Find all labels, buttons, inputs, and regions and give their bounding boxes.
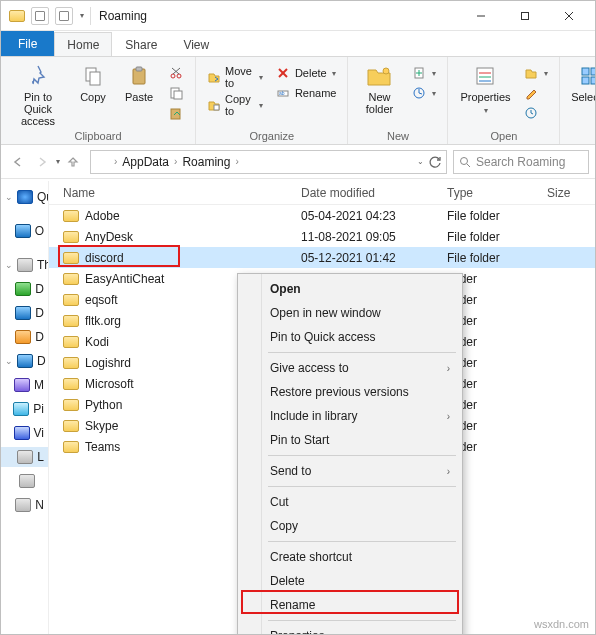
col-size[interactable]: Size <box>539 186 595 200</box>
chevron-right-icon[interactable]: › <box>232 156 241 167</box>
cm-rename[interactable]: Rename <box>240 593 460 617</box>
tab-share[interactable]: Share <box>112 32 170 56</box>
chevron-right-icon[interactable]: › <box>171 156 180 167</box>
nav-tree-item[interactable]: ⌄Qu <box>1 187 48 207</box>
new-item-button[interactable]: ▾ <box>408 64 439 82</box>
qat-dropdown-icon[interactable]: ▾ <box>80 11 84 20</box>
cm-delete[interactable]: Delete <box>240 569 460 593</box>
nav-tree-item[interactable]: L <box>1 447 48 467</box>
navigation-pane[interactable]: ⌄QuO⌄ThDDD⌄DMPiViLN <box>1 181 49 634</box>
folder-icon <box>63 210 79 222</box>
properties-button[interactable]: Properties ▾ <box>456 61 514 116</box>
address-dropdown-icon[interactable]: ⌄ <box>417 157 424 166</box>
chevron-right-icon: › <box>447 363 450 374</box>
nav-tree-item[interactable] <box>1 471 48 491</box>
qat-button-1[interactable] <box>31 7 49 25</box>
paste-button[interactable]: Paste <box>119 61 159 103</box>
nav-item-label: Vi <box>34 426 44 440</box>
col-name[interactable]: Name <box>49 186 293 200</box>
nav-tree-item[interactable]: ⌄D <box>1 351 48 371</box>
cm-pin-start[interactable]: Pin to Start <box>240 428 460 452</box>
nav-tree-item[interactable]: N <box>1 495 48 515</box>
address-bar[interactable]: › AppData › Roaming › ⌄ <box>90 150 447 174</box>
folder-icon <box>63 441 79 453</box>
forward-button[interactable] <box>31 151 53 173</box>
nav-item-icon <box>17 258 33 272</box>
qat-button-2[interactable] <box>55 7 73 25</box>
tab-file[interactable]: File <box>1 31 54 56</box>
file-name: Logishrd <box>85 356 131 370</box>
nav-tree-item[interactable]: O <box>1 221 48 241</box>
copy-button[interactable]: Copy <box>73 61 113 103</box>
nav-tree-item[interactable]: M <box>1 375 48 395</box>
cm-open[interactable]: Open <box>240 277 460 301</box>
nav-tree-item[interactable]: Pi <box>1 399 48 419</box>
search-box[interactable]: Search Roaming <box>453 150 589 174</box>
tab-view[interactable]: View <box>170 32 222 56</box>
new-folder-button[interactable]: New folder <box>356 61 402 115</box>
column-headers[interactable]: Name Date modified Type Size <box>49 181 595 205</box>
pin-to-quick-access-button[interactable]: Pin to Quick access <box>9 61 67 127</box>
breadcrumb[interactable]: AppData <box>122 155 169 169</box>
edit-button[interactable] <box>520 84 551 102</box>
cm-include-library[interactable]: Include in library› <box>240 404 460 428</box>
nav-item-icon <box>15 330 31 344</box>
recent-locations-dropdown[interactable]: ▾ <box>56 157 60 166</box>
move-to-button[interactable]: Move to▾ <box>204 64 266 90</box>
file-type: File folder <box>439 230 539 244</box>
expand-icon[interactable]: ⌄ <box>5 192 13 202</box>
nav-item-icon <box>14 378 30 392</box>
delete-button[interactable]: Delete▾ <box>272 64 340 82</box>
folder-icon <box>63 231 79 243</box>
group-label-organize: Organize <box>204 129 339 142</box>
easy-access-button[interactable]: ▾ <box>408 84 439 102</box>
rename-button[interactable]: abRename <box>272 84 340 102</box>
history-icon <box>523 105 539 121</box>
file-date: 11-08-2021 09:05 <box>293 230 439 244</box>
cm-send-to[interactable]: Send to› <box>240 459 460 483</box>
table-row[interactable]: discord05-12-2021 01:42File folder <box>49 247 595 268</box>
nav-tree-item[interactable]: D <box>1 327 48 347</box>
breadcrumb[interactable]: Roaming <box>182 155 230 169</box>
cm-give-access-to[interactable]: Give access to› <box>240 356 460 380</box>
up-button[interactable] <box>62 151 84 173</box>
nav-tree-item[interactable]: D <box>1 279 48 299</box>
chevron-right-icon[interactable]: › <box>111 156 120 167</box>
cut-button[interactable] <box>165 64 187 82</box>
nav-item-icon <box>15 224 31 238</box>
nav-tree-item[interactable]: ⌄Th <box>1 255 48 275</box>
group-new: New folder ▾ ▾ New <box>348 57 448 144</box>
expand-icon[interactable]: ⌄ <box>5 356 13 366</box>
cm-create-shortcut[interactable]: Create shortcut <box>240 545 460 569</box>
table-row[interactable]: AnyDesk11-08-2021 09:05File folder <box>49 226 595 247</box>
refresh-button[interactable] <box>428 155 442 169</box>
cm-properties[interactable]: Properties <box>240 624 460 635</box>
cm-cut[interactable]: Cut <box>240 490 460 514</box>
cm-copy[interactable]: Copy <box>240 514 460 538</box>
copy-path-button[interactable] <box>165 84 187 102</box>
table-row[interactable]: Adobe05-04-2021 04:23File folder <box>49 205 595 226</box>
col-type[interactable]: Type <box>439 186 539 200</box>
cm-restore-versions[interactable]: Restore previous versions <box>240 380 460 404</box>
copy-to-button[interactable]: Copy to▾ <box>204 92 266 118</box>
expand-icon[interactable]: ⌄ <box>5 260 13 270</box>
cm-pin-quick-access[interactable]: Pin to Quick access <box>240 325 460 349</box>
close-button[interactable] <box>547 1 591 31</box>
cm-open-new-window[interactable]: Open in new window <box>240 301 460 325</box>
select-button[interactable]: Select ▾ <box>568 61 596 104</box>
nav-tree-item[interactable]: D <box>1 303 48 323</box>
svg-line-12 <box>172 68 179 74</box>
scissors-icon <box>168 65 184 81</box>
back-button[interactable] <box>7 151 29 173</box>
history-button[interactable] <box>520 104 551 122</box>
svg-point-10 <box>177 74 181 78</box>
paste-shortcut-button[interactable] <box>165 104 187 122</box>
open-button[interactable]: ▾ <box>520 64 551 82</box>
minimize-button[interactable] <box>459 1 503 31</box>
col-date[interactable]: Date modified <box>293 186 439 200</box>
nav-tree-item[interactable]: Vi <box>1 423 48 443</box>
quick-access-toolbar: ▾ <box>5 7 91 25</box>
nav-item-label: D <box>35 330 44 344</box>
tab-home[interactable]: Home <box>54 32 112 56</box>
maximize-button[interactable] <box>503 1 547 31</box>
